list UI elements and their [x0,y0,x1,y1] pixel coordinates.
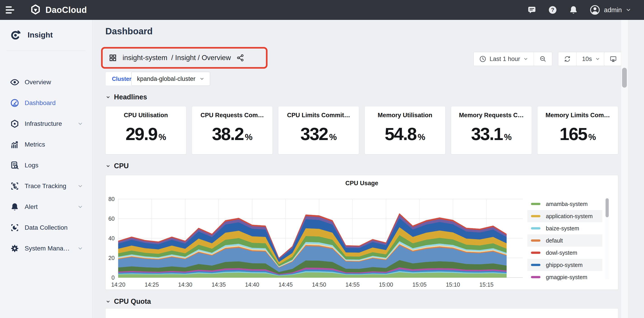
chevron-down-icon [77,183,83,189]
section-cpu[interactable]: CPU [105,162,129,170]
chevron-down-icon [595,56,600,61]
svg-text:20: 20 [108,255,115,261]
legend-scrollbar-thumb[interactable] [606,198,609,217]
share-icon[interactable] [236,54,244,62]
svg-text:15:10: 15:10 [446,281,460,288]
sidebar: Insight OverviewDashboardInfrastructureM… [0,20,92,318]
svg-text:0: 0 [112,274,115,281]
svg-text:40: 40 [108,235,115,241]
sidebar-item-trace-tracking[interactable]: Trace Tracking [0,176,92,196]
time-range-picker[interactable]: Last 1 hour [474,52,534,66]
legend-swatch [531,239,540,242]
sidebar-item-metrics[interactable]: Metrics [0,134,92,155]
legend-label: dowl-system [546,250,577,256]
top-bar: DaoCloud ? admin [0,0,644,20]
refresh-group: 10s [558,52,606,66]
legend-label: default [546,237,563,244]
sidebar-item-overview[interactable]: Overview [0,72,92,93]
user-menu[interactable]: admin [590,4,631,15]
sidebar-item-label: Dashboard [25,99,56,107]
stat-unit: % [158,132,166,142]
sidebar-item-label: Trace Tracking [25,182,66,190]
sidebar-item-infrastructure[interactable]: Infrastructure [0,113,92,134]
zoom-out-button[interactable] [534,52,552,66]
cpu-quota-panel [105,308,618,318]
legend-swatch [531,215,540,217]
clock-icon [479,55,486,63]
stat-unit: % [588,132,596,142]
chevron-down-icon [77,121,83,127]
sidebar-item-label: Data Collection [25,224,68,231]
legend-label: baize-system [546,225,579,232]
chart-title: CPU Usage [106,180,618,187]
legend-item[interactable]: baize-system [527,222,602,234]
gear-icon [10,244,19,253]
section-headlines[interactable]: Headlines [105,93,147,101]
eye-icon [10,78,19,87]
chart-legend: amamba-systemapplication-systembaize-sys… [527,198,602,283]
legend-item[interactable]: dowl-system [527,247,602,259]
insight-logo-icon [10,29,22,41]
legend-scrollbar[interactable] [605,198,610,279]
sidebar-item-label: Alert [25,203,38,210]
stat-value-row: 38.2% [212,124,252,144]
gauge-icon [10,99,19,108]
refresh-interval-picker[interactable]: 10s [576,52,606,66]
time-range-label: Last 1 hour [490,56,520,63]
stat-unit: % [504,132,512,142]
chevron-down-icon [200,76,204,81]
stat-value: 54.8 [385,124,416,144]
notification-bell-icon[interactable] [569,5,578,15]
legend-label: ghippo-system [546,262,583,268]
legend-item[interactable]: application-system [527,210,602,222]
trace-icon [10,181,19,191]
stat-card: CPU Requests Com…38.2% [192,106,273,155]
svg-text:14:55: 14:55 [346,281,360,288]
chat-icon[interactable] [527,5,536,15]
legend-item[interactable]: gmagpie-system [527,271,602,283]
brand[interactable]: DaoCloud [30,4,87,16]
chevron-down-icon [77,246,83,251]
sidebar-item-dashboard[interactable]: Dashboard [0,93,92,113]
headline-stats: CPU Utilisation29.9%CPU Requests Com…38.… [105,106,618,155]
dashboards-grid-icon[interactable] [108,53,117,62]
metrics-icon [10,140,19,149]
collapse-chevron-icon [105,299,111,304]
help-icon[interactable]: ? [548,5,558,15]
sidebar-item-alert[interactable]: Alert [0,196,92,217]
legend-item[interactable]: default [527,234,602,247]
sidebar-item-system-mana[interactable]: System Mana… [0,238,92,259]
product-header[interactable]: Insight [0,20,92,41]
breadcrumb[interactable]: insight-system / Insight / Overview [122,54,231,62]
kiosk-group [604,52,622,66]
username: admin [604,6,622,14]
stat-value-row: 29.9% [126,124,166,144]
sidebar-item-data-collection[interactable]: Data Collection [0,217,92,238]
tv-mode-button[interactable] [604,52,622,66]
svg-text:14:30: 14:30 [178,281,192,288]
menu-icon[interactable] [6,5,15,15]
stat-value: 29.9 [126,124,157,144]
stat-unit: % [418,132,425,142]
legend-item[interactable]: ghippo-system [527,259,602,271]
sidebar-item-label: System Mana… [25,245,70,252]
refresh-button[interactable] [558,52,576,66]
legend-item[interactable]: amamba-system [527,198,602,210]
section-cpu-quota[interactable]: CPU Quota [105,298,151,306]
stat-title: Memory Limits Com… [546,112,610,119]
stat-value-row: 33.1% [471,124,512,144]
sidebar-item-label: Overview [25,79,51,86]
collapse-chevron-icon [105,163,111,169]
stat-card: Memory Limits Com…165% [537,106,618,155]
legend-swatch [531,252,540,254]
stat-value-row: 165% [560,124,596,144]
page-scrollbar[interactable] [621,20,628,318]
sidebar-item-logs[interactable]: Logs [0,155,92,176]
collapse-chevron-icon [105,94,111,100]
stat-card: CPU Limits Commit…332% [278,106,359,155]
hexagon-icon [10,119,19,128]
cluster-select[interactable]: kpanda-global-cluster [132,72,210,86]
stat-card: CPU Utilisation29.9% [105,106,186,155]
brand-name: DaoCloud [46,5,87,15]
page-scrollbar-thumb[interactable] [622,68,627,88]
